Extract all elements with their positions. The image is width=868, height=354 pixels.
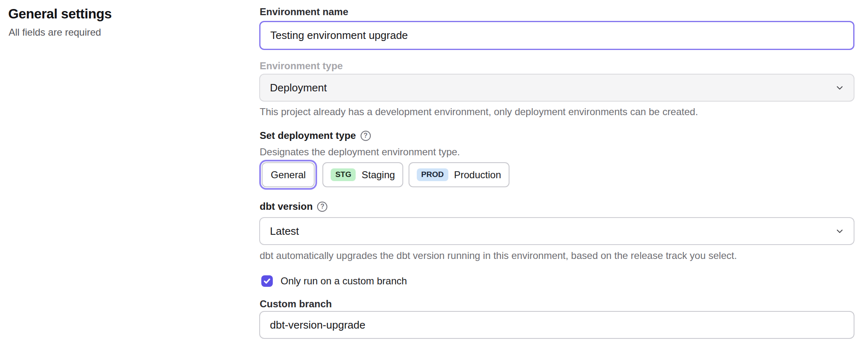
environment-type-select[interactable]: Deployment <box>259 74 854 102</box>
check-icon <box>263 277 271 285</box>
settings-heading-panel: General settings All fields are required <box>0 0 259 339</box>
deployment-type-helper: Designates the deployment environment ty… <box>260 146 854 158</box>
deployment-type-label: Set deployment type <box>260 129 356 142</box>
option-label: Staging <box>361 169 395 181</box>
environment-name-label: Environment name <box>260 6 854 18</box>
production-badge: PROD <box>417 168 448 181</box>
option-label: General <box>271 169 306 181</box>
deployment-type-label-row: Set deployment type ? <box>260 129 854 142</box>
custom-branch-toggle-row: Only run on a custom branch <box>261 275 854 287</box>
dbt-version-label-row: dbt version ? <box>260 200 854 213</box>
custom-branch-input[interactable] <box>259 311 854 339</box>
environment-type-label: Environment type <box>260 60 854 72</box>
dbt-version-label: dbt version <box>260 200 313 213</box>
dbt-version-value: Latest <box>270 225 299 238</box>
option-label: Production <box>454 169 501 181</box>
deployment-type-option-general[interactable]: General <box>262 162 315 187</box>
custom-branch-label: Custom branch <box>260 298 854 310</box>
help-icon[interactable]: ? <box>317 202 327 212</box>
deployment-type-option-production[interactable]: PROD Production <box>409 162 509 187</box>
custom-branch-checkbox[interactable] <box>261 275 273 287</box>
environment-type-helper: This project already has a development e… <box>260 106 854 118</box>
dbt-version-helper: dbt automatically upgrades the dbt versi… <box>260 250 854 262</box>
chevron-down-icon <box>835 226 845 236</box>
environment-settings-form: Environment name Environment type Deploy… <box>259 0 854 339</box>
deployment-type-option-staging[interactable]: STG Staging <box>322 162 403 187</box>
page-title: General settings <box>8 6 243 22</box>
environment-settings-page: General settings All fields are required… <box>0 0 868 339</box>
help-icon[interactable]: ? <box>361 131 371 141</box>
dbt-version-select[interactable]: Latest <box>259 217 854 245</box>
chevron-down-icon <box>835 83 845 93</box>
environment-name-input[interactable] <box>259 21 854 50</box>
page-subtitle: All fields are required <box>9 26 243 39</box>
environment-type-value: Deployment <box>270 82 327 94</box>
custom-branch-checkbox-label: Only run on a custom branch <box>281 275 407 287</box>
staging-badge: STG <box>331 168 356 181</box>
deployment-type-options: General STG Staging PROD Production <box>259 162 854 187</box>
